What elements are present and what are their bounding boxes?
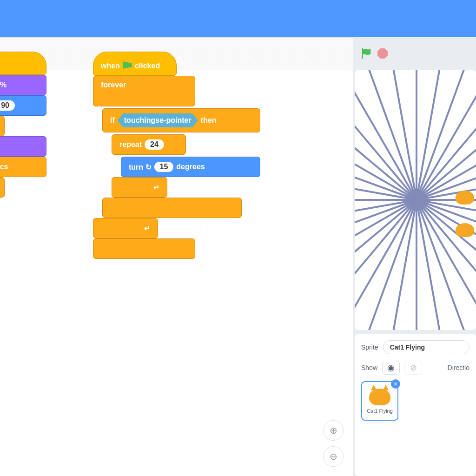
block-label: clicked bbox=[135, 62, 160, 70]
point-direction-block[interactable]: ection 90 bbox=[0, 95, 46, 116]
set-size-block[interactable]: 200 % bbox=[0, 75, 46, 95]
value-input[interactable]: 90 bbox=[0, 100, 15, 111]
thumbnail-label: Cat1 Flying bbox=[367, 408, 393, 414]
forever-cap[interactable] bbox=[93, 238, 195, 259]
flag-icon bbox=[123, 61, 132, 71]
zoom-controls: ⊕ ⊖ bbox=[323, 420, 344, 467]
sprite-info-panel: Sprite Cat1 Flying Show ◉ ⊘ Directio × C… bbox=[355, 334, 476, 476]
when-flag-clicked-block[interactable]: when clicked bbox=[93, 52, 177, 76]
block-label: repeat bbox=[119, 140, 142, 149]
stop-icon[interactable] bbox=[377, 48, 388, 59]
block-label: then bbox=[201, 116, 217, 125]
stage[interactable] bbox=[355, 70, 476, 330]
block-label: degrees bbox=[176, 163, 205, 171]
menu-bar bbox=[0, 0, 476, 37]
block-label: when bbox=[101, 62, 120, 70]
block-label: secs bbox=[0, 163, 8, 171]
when-flag-clicked-block[interactable]: clicked bbox=[0, 52, 46, 75]
if-cap[interactable] bbox=[102, 198, 242, 218]
cat-icon bbox=[369, 389, 390, 405]
sprite-label: Sprite bbox=[361, 344, 378, 351]
forever-block[interactable]: forever bbox=[93, 76, 195, 106]
direction-label: Directio bbox=[448, 364, 469, 371]
repeat-block[interactable]: repeat 24 bbox=[112, 134, 186, 155]
loop-cap[interactable]: ↵ bbox=[0, 177, 5, 198]
show-sprite-button[interactable]: ◉ bbox=[382, 361, 400, 375]
turn-block[interactable]: turn ↻ 15 degrees bbox=[121, 157, 260, 177]
zoom-out-button[interactable]: ⊖ bbox=[323, 446, 344, 467]
if-block[interactable]: if touchingse-pointer then bbox=[102, 108, 260, 132]
block-label: if bbox=[110, 116, 115, 125]
show-label: Show bbox=[361, 364, 377, 371]
sprite-on-stage[interactable] bbox=[456, 191, 474, 205]
stage-controls bbox=[353, 37, 476, 70]
loop-cap[interactable]: ↵ bbox=[93, 218, 158, 238]
control-block[interactable] bbox=[0, 116, 5, 136]
hide-sprite-button[interactable]: ⊘ bbox=[404, 361, 422, 375]
block-label: % bbox=[0, 81, 7, 89]
wait-block[interactable]: 2 secs bbox=[0, 157, 46, 177]
sprite-name-input[interactable]: Cat1 Flying bbox=[383, 340, 469, 354]
green-flag-icon[interactable] bbox=[360, 47, 373, 60]
touching-reporter[interactable]: touchingse-pointer bbox=[118, 113, 198, 127]
loop-cap[interactable]: ↵ bbox=[112, 177, 167, 198]
block-label: turn ↻ bbox=[129, 163, 152, 172]
block-label: forever bbox=[101, 81, 126, 89]
sprite-on-stage[interactable] bbox=[456, 223, 474, 237]
sprite-thumbnail[interactable]: × Cat1 Flying bbox=[361, 381, 398, 421]
value-input[interactable]: 24 bbox=[145, 139, 164, 150]
value-input[interactable]: 15 bbox=[154, 162, 174, 172]
script-stack-1[interactable]: clicked 200 % ection 90 tume 2 secs bbox=[0, 52, 46, 198]
delete-sprite-icon[interactable]: × bbox=[391, 379, 400, 389]
costume-block[interactable]: tume bbox=[0, 136, 46, 157]
script-stack-2[interactable]: when clicked forever if touchingse-point… bbox=[93, 52, 260, 259]
zoom-in-button[interactable]: ⊕ bbox=[323, 420, 344, 441]
script-workspace[interactable]: clicked 200 % ection 90 tume 2 secs bbox=[0, 37, 353, 476]
